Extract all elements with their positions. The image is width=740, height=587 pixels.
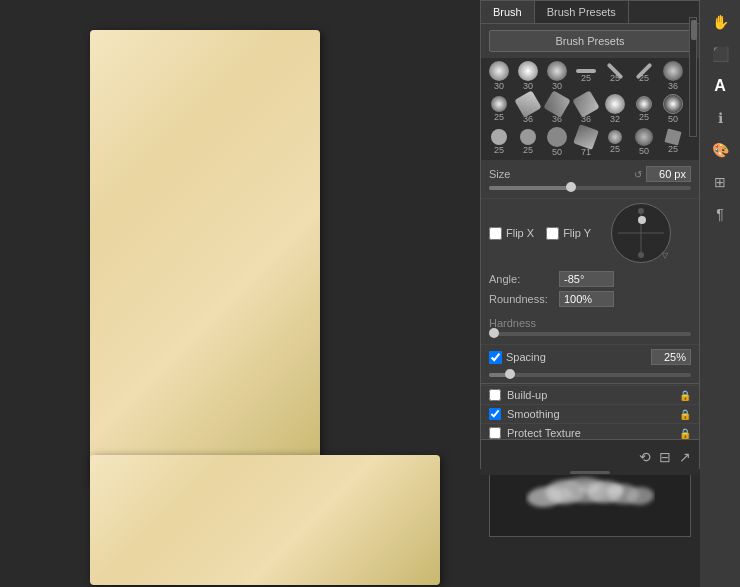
preset-item[interactable]: 25: [659, 126, 687, 158]
roundness-label: Roundness:: [489, 293, 559, 305]
brush-tip-settings: Size ↺ Flip X Flip Y: [480, 160, 700, 384]
preset-item[interactable]: 25: [630, 60, 658, 92]
right-sidebar: ✋ ⬛ A ℹ 🎨 ⊞ ¶: [700, 0, 740, 587]
spacing-thumb[interactable]: [505, 369, 515, 379]
preset-item[interactable]: 30: [514, 60, 542, 92]
preset-item[interactable]: 50: [543, 126, 571, 158]
size-input[interactable]: [646, 166, 691, 182]
scrollbar[interactable]: [689, 17, 697, 137]
reset-size-icon[interactable]: ↺: [634, 169, 642, 180]
paper-canvas: [90, 30, 320, 480]
preset-item[interactable]: 25: [485, 126, 513, 158]
angle-section: Angle: Roundness:: [481, 267, 699, 315]
angle-row: Angle:: [489, 271, 691, 287]
size-label: Size: [489, 168, 510, 180]
resize-grip: [570, 471, 610, 474]
flip-x-checkbox[interactable]: [489, 227, 502, 240]
preset-item[interactable]: 25: [601, 60, 629, 92]
hardness-label: Hardness: [489, 317, 691, 329]
color-icon[interactable]: 🎨: [705, 136, 735, 164]
brush-presets-button[interactable]: Brush Presets: [489, 30, 691, 52]
angle-dial[interactable]: ▽: [611, 203, 671, 263]
preset-item[interactable]: 32: [601, 93, 629, 125]
preset-item[interactable]: 36: [543, 93, 571, 125]
dial-horizontal: [618, 233, 664, 234]
dial-arrow-icon: ▽: [662, 251, 668, 260]
panel-tabs: Brush Brush Presets: [481, 1, 699, 24]
rect-icon[interactable]: ⬛: [705, 40, 735, 68]
preset-item[interactable]: 30: [543, 60, 571, 92]
bottom-icon-2[interactable]: ⊟: [659, 449, 671, 465]
roundness-input[interactable]: [559, 291, 614, 307]
angle-input[interactable]: [559, 271, 614, 287]
flip-y-text: Flip Y: [563, 227, 591, 239]
option-smoothing[interactable]: Smoothing 🔒: [481, 405, 699, 424]
preset-item[interactable]: 25: [485, 93, 513, 125]
preset-item[interactable]: 36: [659, 60, 687, 92]
hardness-section: Hardness: [481, 315, 699, 344]
spacing-label[interactable]: Spacing: [489, 351, 651, 364]
flip-row: Flip X Flip Y ▽: [481, 199, 699, 267]
roundness-row: Roundness:: [489, 291, 691, 307]
option-label: Protect Texture: [507, 427, 581, 439]
preset-item[interactable]: 50: [630, 126, 658, 158]
lock-icon: 🔒: [679, 428, 691, 439]
flip-y-checkbox[interactable]: [546, 227, 559, 240]
preset-item[interactable]: 25: [601, 126, 629, 158]
angle-inputs: Angle: Roundness:: [489, 271, 691, 311]
hardness-slider[interactable]: [489, 332, 691, 336]
bottom-icon-3[interactable]: ↗: [679, 449, 691, 465]
preset-item[interactable]: 71: [572, 126, 600, 158]
option-buildup[interactable]: Build-up 🔒: [481, 386, 699, 405]
svg-point-8: [606, 485, 624, 495]
type-icon[interactable]: A: [705, 72, 735, 100]
preset-item[interactable]: 36: [514, 93, 542, 125]
flip-y-label[interactable]: Flip Y: [546, 227, 591, 240]
dial-handle[interactable]: [638, 216, 646, 224]
option-label: Smoothing: [507, 408, 560, 420]
grid-icon[interactable]: ⊞: [705, 168, 735, 196]
bottom-icon-1[interactable]: ⟲: [639, 449, 651, 465]
lock-icon: 🔒: [679, 390, 691, 401]
hardness-thumb[interactable]: [489, 328, 499, 338]
angle-label: Angle:: [489, 273, 559, 285]
flip-x-label[interactable]: Flip X: [489, 227, 534, 240]
spacing-input[interactable]: [651, 349, 691, 365]
lock-icon: 🔒: [679, 409, 691, 420]
tab-brush-presets[interactable]: Brush Presets: [535, 1, 629, 23]
size-slider[interactable]: [489, 186, 691, 190]
flip-x-text: Flip X: [506, 227, 534, 239]
checkbox-protect-texture[interactable]: [489, 427, 501, 439]
preset-item[interactable]: 25: [572, 60, 600, 92]
info-icon[interactable]: ℹ: [705, 104, 735, 132]
preset-item[interactable]: 25: [630, 93, 658, 125]
spacing-text: Spacing: [506, 351, 546, 363]
panel-resize-handle[interactable]: [480, 469, 700, 475]
preset-item[interactable]: 30: [485, 60, 513, 92]
preset-item[interactable]: 50: [659, 93, 687, 125]
preset-item[interactable]: 36: [572, 93, 600, 125]
preset-item[interactable]: 25: [514, 126, 542, 158]
size-section: Size ↺: [481, 160, 699, 199]
paper-bottom: [90, 455, 440, 585]
spacing-slider[interactable]: [489, 373, 691, 377]
paragraph-icon[interactable]: ¶: [705, 200, 735, 228]
spacing-slider-area: [481, 369, 699, 383]
spacing-section: Spacing: [481, 344, 699, 369]
checkbox-smoothing[interactable]: [489, 408, 501, 420]
checkbox-buildup[interactable]: [489, 389, 501, 401]
hand-tool-icon[interactable]: ✋: [705, 8, 735, 36]
option-label: Build-up: [507, 389, 547, 401]
size-slider-fill: [489, 186, 570, 190]
size-slider-thumb[interactable]: [566, 182, 576, 192]
spacing-checkbox[interactable]: [489, 351, 502, 364]
tab-brush[interactable]: Brush: [481, 1, 535, 23]
